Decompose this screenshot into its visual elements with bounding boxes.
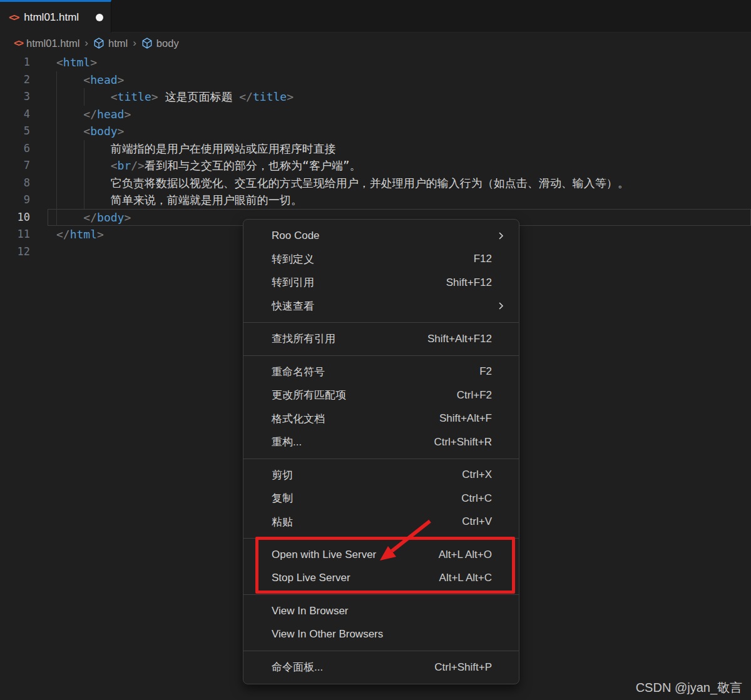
breadcrumb-label: html: [108, 38, 128, 49]
line-number: 1: [0, 54, 30, 71]
menu-separator: [243, 459, 519, 459]
menu-item-label: View In Browser: [272, 605, 505, 617]
code-text: <head>: [56, 71, 124, 89]
line-number: 7: [0, 157, 30, 175]
menu-item-shortcut: Ctrl+Shift+R: [434, 436, 505, 449]
line-number: 5: [0, 123, 30, 140]
breadcrumb: <>html01.html›html›body: [0, 33, 751, 54]
tab-html01[interactable]: <> html01.html: [0, 0, 111, 33]
code-text: <html>: [56, 54, 97, 71]
menu-item-label: 粘贴: [272, 515, 462, 529]
html-file-icon: <>: [9, 11, 18, 23]
code-line: 3 <title> 这是页面标题 </title>: [0, 88, 751, 106]
code-text: </html>: [56, 226, 104, 243]
menu-item-label: 转到引用: [272, 275, 446, 290]
menu-item-shortcut: Shift+F12: [446, 276, 505, 289]
vscode-window: <> html01.html <>html01.html›html›body 1…: [0, 0, 751, 700]
tab-label: html01.html: [24, 11, 91, 24]
menu-item-go-to-references[interactable]: 转到引用Shift+F12: [243, 271, 519, 295]
code-line: 6 前端指的是用户在使用网站或应用程序时直接: [0, 140, 751, 158]
code-text: 简单来说，前端就是用户眼前的一切。: [56, 191, 302, 209]
menu-item-label: 查找所有引用: [272, 332, 427, 346]
menu-item-view-in-browser[interactable]: View In Browser: [243, 599, 519, 623]
menu-item-shortcut: Ctrl+F2: [457, 389, 505, 402]
code-line: 9 简单来说，前端就是用户眼前的一切。: [0, 191, 751, 209]
breadcrumb-item-file[interactable]: <>html01.html: [14, 38, 79, 49]
code-line: 1<html>: [0, 54, 751, 71]
menu-item-shortcut: Ctrl+X: [462, 469, 505, 481]
menu-item-paste[interactable]: 粘贴Ctrl+V: [243, 510, 519, 534]
code-line: 7 <br/>看到和与之交互的部分，也称为“客户端”。: [0, 157, 751, 175]
menu-item-shortcut: F12: [474, 253, 505, 265]
menu-item-label: Roo Code: [272, 230, 496, 242]
menu-item-open-with-live-server[interactable]: Open with Live ServerAlt+L Alt+O: [243, 543, 519, 567]
submenu-chevron-icon: [496, 231, 505, 240]
code-line: 4 </head>: [0, 106, 751, 123]
code-line: 5 <body>: [0, 123, 751, 140]
breadcrumb-separator-icon: ›: [84, 37, 88, 49]
line-number: 10: [0, 209, 30, 226]
context-menu: Roo Code转到定义F12转到引用Shift+F12快速查看查找所有引用Sh…: [243, 219, 519, 684]
menu-item-label: Stop Live Server: [272, 572, 439, 584]
menu-item-shortcut: F2: [479, 365, 505, 378]
menu-item-copy[interactable]: 复制Ctrl+C: [243, 487, 519, 510]
menu-item-change-all-occurrences[interactable]: 更改所有匹配项Ctrl+F2: [243, 383, 519, 407]
menu-item-shortcut: Shift+Alt+F12: [427, 333, 505, 345]
code-text: 前端指的是用户在使用网站或应用程序时直接: [56, 140, 336, 158]
menu-item-label: 命令面板...: [272, 660, 434, 674]
menu-item-label: View In Other Browsers: [272, 628, 505, 641]
breadcrumb-label: html01.html: [26, 38, 79, 49]
breadcrumb-item-html[interactable]: html: [93, 38, 128, 49]
menu-item-label: 复制: [272, 491, 461, 505]
element-cube-icon: [141, 38, 153, 49]
code-text: </body>: [56, 209, 131, 226]
menu-item-stop-live-server[interactable]: Stop Live ServerAlt+L Alt+C: [243, 567, 519, 591]
line-number: 11: [0, 226, 30, 243]
menu-item-shortcut: Alt+L Alt+O: [439, 549, 505, 561]
menu-item-find-all-references[interactable]: 查找所有引用Shift+Alt+F12: [243, 327, 519, 351]
code-text: 它负责将数据以视觉化、交互化的方式呈现给用户，并处理用户的输入行为（如点击、滑动…: [56, 175, 629, 192]
menu-item-cut[interactable]: 剪切Ctrl+X: [243, 464, 519, 487]
menu-item-shortcut: Alt+L Alt+C: [439, 572, 505, 584]
line-number: 2: [0, 71, 30, 89]
breadcrumb-item-body[interactable]: body: [141, 38, 179, 49]
code-text: <body>: [56, 123, 124, 140]
menu-separator: [243, 594, 519, 595]
breadcrumb-label: body: [156, 38, 179, 49]
menu-item-label: Open with Live Server: [272, 549, 439, 561]
code-text: <br/>看到和与之交互的部分，也称为“客户端”。: [56, 157, 361, 175]
menu-item-label: 重构...: [272, 435, 434, 449]
menu-item-shortcut: Ctrl+V: [462, 515, 505, 528]
menu-item-shortcut: Ctrl+C: [461, 492, 505, 505]
code-text: <title> 这是页面标题 </title>: [56, 88, 294, 106]
menu-separator: [243, 355, 519, 356]
element-cube-icon: [93, 38, 105, 49]
watermark: CSDN @jyan_敬言: [636, 679, 742, 696]
menu-separator: [243, 322, 519, 323]
menu-item-rename-symbol[interactable]: 重命名符号F2: [243, 360, 519, 384]
line-number: 8: [0, 175, 30, 192]
menu-item-go-to-definition[interactable]: 转到定义F12: [243, 248, 519, 271]
line-number: 6: [0, 140, 30, 158]
line-number: 3: [0, 88, 30, 106]
line-number: 4: [0, 106, 30, 123]
html-file-icon: <>: [14, 38, 23, 49]
tab-strip-empty: [111, 0, 751, 33]
menu-item-shortcut: Ctrl+Shift+P: [434, 661, 505, 674]
line-number: 12: [0, 243, 30, 261]
menu-item-label: 转到定义: [272, 252, 474, 266]
menu-item-roo-code[interactable]: Roo Code: [243, 224, 519, 248]
breadcrumb-separator-icon: ›: [133, 37, 136, 49]
menu-item-peek[interactable]: 快速查看: [243, 295, 519, 318]
menu-item-view-in-other-browsers[interactable]: View In Other Browsers: [243, 623, 519, 647]
submenu-chevron-icon: [496, 302, 505, 310]
menu-item-command-palette[interactable]: 命令面板...Ctrl+Shift+P: [243, 656, 519, 679]
tab-bar: <> html01.html: [0, 0, 751, 33]
menu-item-label: 格式化文档: [272, 412, 439, 426]
menu-item-shortcut: Shift+Alt+F: [439, 412, 505, 425]
code-line: 2 <head>: [0, 71, 751, 89]
unsaved-changes-dot-icon[interactable]: [96, 14, 103, 21]
menu-item-format-document[interactable]: 格式化文档Shift+Alt+F: [243, 407, 519, 431]
menu-separator: [243, 538, 519, 539]
menu-item-refactor[interactable]: 重构...Ctrl+Shift+R: [243, 430, 519, 454]
